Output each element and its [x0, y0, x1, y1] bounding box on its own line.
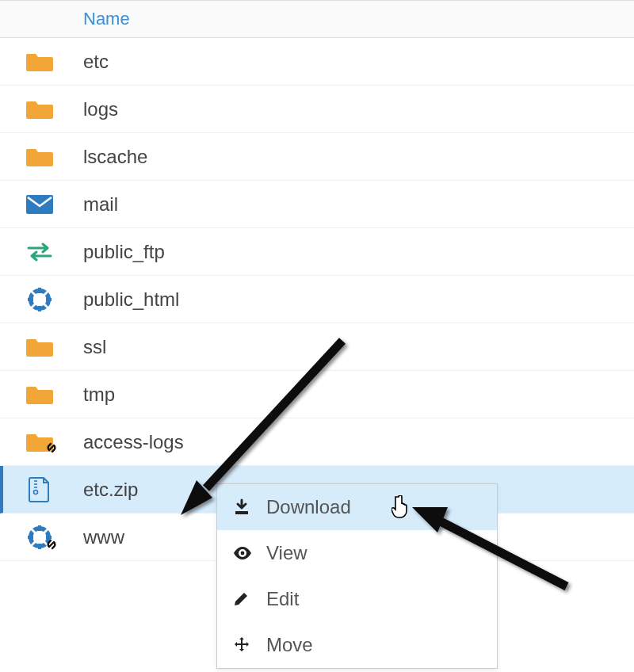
- column-header-name[interactable]: Name: [83, 9, 130, 29]
- table-row[interactable]: ssl: [0, 323, 634, 371]
- globe-link-icon: [16, 525, 63, 550]
- file-name: mail: [63, 193, 118, 216]
- table-row[interactable]: public_ftp: [0, 228, 634, 276]
- menu-item-view[interactable]: View: [217, 530, 497, 576]
- table-header: Name: [0, 0, 634, 38]
- file-table: Name etc logs lscache mail public_ftp: [0, 0, 634, 561]
- transfer-icon: [16, 242, 63, 262]
- download-icon: [233, 498, 262, 516]
- file-name: public_ftp: [63, 241, 165, 263]
- table-row[interactable]: mail: [0, 181, 634, 228]
- folder-icon: [16, 146, 63, 168]
- table-row[interactable]: etc: [0, 38, 634, 86]
- file-name: lscache: [63, 146, 147, 168]
- eye-icon: [233, 547, 262, 559]
- file-name: www: [63, 526, 124, 548]
- table-row[interactable]: public_html: [0, 276, 634, 323]
- mail-icon: [16, 195, 63, 214]
- folder-icon: [16, 51, 63, 73]
- file-name: etc.zip: [63, 479, 138, 501]
- file-name: public_html: [63, 288, 179, 311]
- menu-item-label: Move: [262, 634, 313, 656]
- context-menu: Download View Edit Move: [216, 483, 498, 669]
- svg-rect-13: [235, 511, 248, 514]
- file-name: logs: [63, 98, 118, 120]
- svg-rect-0: [26, 195, 53, 214]
- file-name: access-logs: [63, 431, 184, 453]
- zip-file-icon: [16, 476, 63, 503]
- move-icon: [233, 636, 262, 654]
- menu-item-label: Download: [262, 496, 351, 518]
- folder-icon: [16, 384, 63, 406]
- menu-item-label: View: [262, 542, 307, 564]
- folder-link-icon: [16, 431, 63, 453]
- globe-icon: [16, 287, 63, 312]
- table-row[interactable]: logs: [0, 86, 634, 133]
- table-row[interactable]: tmp: [0, 371, 634, 418]
- svg-point-14: [241, 552, 245, 556]
- file-name: etc: [63, 51, 109, 73]
- table-row[interactable]: access-logs: [0, 418, 634, 466]
- file-name: tmp: [63, 384, 115, 406]
- menu-item-edit[interactable]: Edit: [217, 576, 497, 622]
- menu-item-move[interactable]: Move: [217, 622, 497, 668]
- menu-item-label: Edit: [262, 588, 299, 610]
- table-row[interactable]: lscache: [0, 133, 634, 181]
- folder-icon: [16, 336, 63, 358]
- folder-icon: [16, 98, 63, 120]
- file-name: ssl: [63, 336, 106, 358]
- menu-item-download[interactable]: Download: [217, 484, 497, 530]
- pencil-icon: [233, 591, 262, 607]
- svg-point-8: [34, 490, 38, 494]
